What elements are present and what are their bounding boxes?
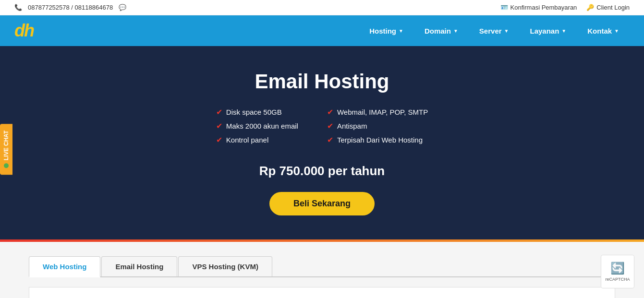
hero-feature-1-label: Disk space 50GB — [226, 108, 282, 116]
nav-domain-arrow: ▼ — [453, 28, 458, 34]
check-icon-3: ✔ — [216, 135, 222, 144]
hero-price: Rp 750.000 per tahun — [10, 164, 634, 179]
hero-feature-4: ✔ Webmail, IMAP, POP, SMTP — [327, 107, 428, 117]
description-box: Web Hosting Indonesia adalah layanan pen… — [29, 287, 615, 298]
check-icon-4: ✔ — [327, 107, 333, 117]
tab-email-hosting[interactable]: Email Hosting — [101, 256, 177, 276]
recaptcha-icon: 🔄 — [610, 262, 625, 275]
hero-feature-6-label: Terpisah Dari Web Hosting — [337, 136, 423, 144]
phone-icon: 📞 — [14, 4, 22, 11]
phone-number: 087877252578 / 08118864678 — [28, 4, 113, 11]
site-logo[interactable]: dh — [14, 21, 34, 41]
navbar: dh Hosting ▼ Domain ▼ Server ▼ Layanan ▼… — [0, 15, 644, 46]
nav-hosting-arrow: ▼ — [399, 28, 403, 34]
live-chat-button[interactable]: LIVE CHAT — [0, 123, 12, 174]
konfirmasi-link[interactable]: 🪪 Konfirmasi Pembayaran — [500, 4, 577, 11]
top-bar-left: 📞 087877252578 / 08118864678 💬 — [14, 4, 126, 11]
hero-features-left: ✔ Disk space 50GB ✔ Maks 2000 akun email… — [216, 107, 298, 149]
nav-links: Hosting ▼ Domain ▼ Server ▼ Layanan ▼ Ko… — [359, 15, 630, 46]
tabs-bar: Web Hosting Email Hosting VPS Hosting (K… — [29, 256, 615, 277]
nav-domain-label: Domain — [425, 27, 451, 35]
hero-features: ✔ Disk space 50GB ✔ Maks 2000 akun email… — [10, 107, 634, 149]
nav-domain[interactable]: Domain ▼ — [414, 15, 469, 46]
hero-feature-2-label: Maks 2000 akun email — [226, 122, 298, 130]
nav-layanan-label: Layanan — [530, 27, 559, 35]
nav-layanan-arrow: ▼ — [561, 28, 566, 34]
top-bar-right: 🪪 Konfirmasi Pembayaran 🔑 Client Login — [500, 4, 630, 11]
hero-title: Email Hosting — [10, 70, 634, 93]
nav-kontak-arrow: ▼ — [614, 28, 619, 34]
hero-feature-3: ✔ Kontrol panel — [216, 135, 298, 144]
tab-vps-hosting[interactable]: VPS Hosting (KVM) — [178, 256, 272, 276]
hero-feature-3-label: Kontrol panel — [226, 136, 268, 144]
konfirmasi-label: Konfirmasi Pembayaran — [510, 4, 577, 11]
hero-feature-4-label: Webmail, IMAP, POP, SMTP — [337, 108, 428, 116]
tab-web-hosting[interactable]: Web Hosting — [29, 256, 100, 277]
check-icon-2: ✔ — [216, 121, 222, 131]
hero-section: Email Hosting ✔ Disk space 50GB ✔ Maks 2… — [0, 46, 644, 239]
tab-web-hosting-label: Web Hosting — [43, 262, 86, 271]
top-bar: 📞 087877252578 / 08118864678 💬 🪪 Konfirm… — [0, 0, 644, 15]
live-chat-status-dot — [4, 163, 9, 168]
nav-server[interactable]: Server ▼ — [469, 15, 520, 46]
tab-email-hosting-label: Email Hosting — [115, 262, 163, 271]
recaptcha-label: reCAPTCHA — [606, 277, 630, 282]
client-login-label: Client Login — [596, 4, 630, 11]
content-area: Web Hosting Email Hosting VPS Hosting (K… — [0, 242, 644, 298]
nav-hosting[interactable]: Hosting ▼ — [359, 15, 414, 46]
live-chat-label: LIVE CHAT — [3, 130, 10, 160]
nav-kontak-label: Kontak — [587, 27, 612, 35]
check-icon-5: ✔ — [327, 121, 333, 131]
client-login-icon: 🔑 — [586, 4, 594, 11]
check-icon-1: ✔ — [216, 107, 222, 117]
hero-feature-6: ✔ Terpisah Dari Web Hosting — [327, 135, 428, 144]
recaptcha-badge: 🔄 reCAPTCHA — [601, 255, 634, 288]
konfirmasi-icon: 🪪 — [500, 4, 508, 11]
hero-feature-5: ✔ Antispam — [327, 121, 428, 131]
chat-icon: 💬 — [119, 4, 126, 11]
check-icon-6: ✔ — [327, 135, 333, 144]
nav-server-arrow: ▼ — [504, 28, 509, 34]
hero-feature-5-label: Antispam — [337, 122, 367, 130]
nav-hosting-label: Hosting — [369, 27, 396, 35]
nav-kontak[interactable]: Kontak ▼ — [577, 15, 630, 46]
hero-feature-1: ✔ Disk space 50GB — [216, 107, 298, 117]
nav-layanan[interactable]: Layanan ▼ — [519, 15, 577, 46]
tab-vps-hosting-label: VPS Hosting (KVM) — [192, 262, 258, 271]
nav-server-label: Server — [479, 27, 502, 35]
hero-features-right: ✔ Webmail, IMAP, POP, SMTP ✔ Antispam ✔ … — [327, 107, 428, 149]
hero-feature-2: ✔ Maks 2000 akun email — [216, 121, 298, 131]
buy-button[interactable]: Beli Sekarang — [269, 192, 375, 215]
client-login-link[interactable]: 🔑 Client Login — [586, 4, 630, 11]
